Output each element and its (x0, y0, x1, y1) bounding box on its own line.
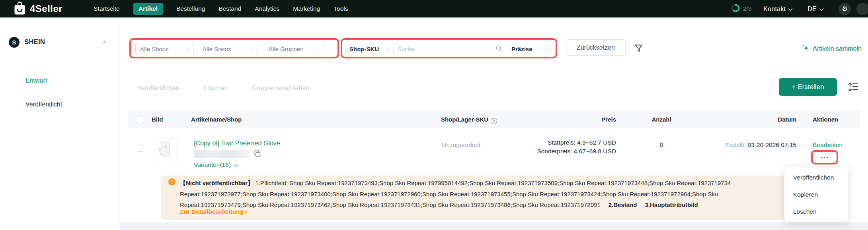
groups-filter-value: Alle Gruppen (269, 46, 304, 52)
nav-item-tools[interactable]: Tools (334, 3, 348, 15)
collect-articles-label: Artikeln sammeln (813, 45, 862, 52)
shopping-bag-icon (14, 2, 26, 16)
search-field-select[interactable]: Shop-SKU (345, 43, 394, 55)
nav-item-bestellung[interactable]: Bestellung (176, 3, 205, 15)
search-icon[interactable] (495, 45, 503, 54)
gear-icon: ⚙ (842, 5, 848, 13)
col-datum: Datum (757, 116, 796, 123)
quantity-cell: 0 (651, 141, 672, 149)
status-filter-select[interactable]: Alle Status (198, 43, 258, 55)
profile-button[interactable] (856, 3, 868, 15)
create-button[interactable]: + Erstellen (779, 78, 837, 96)
col-sku: Shop/Lager-SKU? (441, 116, 497, 124)
quota-total: /3 (747, 5, 752, 12)
chevron-down-icon (545, 47, 549, 51)
groups-filter-select[interactable]: Alle Gruppen (264, 43, 325, 55)
collect-articles-button[interactable]: Artikeln sammeln (801, 44, 862, 54)
chevron-down-icon (186, 47, 190, 51)
match-mode-select[interactable]: Präzise (507, 43, 553, 55)
search-compound: Shop-SKU Präzise (345, 43, 553, 55)
warning-text: 【Nicht veröffentlichbar】 1.Pflichtfeld: … (180, 178, 829, 211)
quota-ring-icon (731, 4, 740, 14)
bulk-publish-button[interactable]: Veröffentlichen (137, 85, 179, 92)
detail-edit-link[interactable]: Zur Detailbearbeitung › (180, 208, 248, 215)
nav-item-artikel[interactable]: Artikel (133, 3, 163, 15)
reset-button[interactable]: Zurücksetzen (566, 39, 626, 56)
language-dropdown[interactable]: DE (808, 5, 823, 13)
warning-line-2: Repeat:192371972977;Shop Sku Repeat:1923… (180, 189, 829, 200)
col-artikelname: Artikelname/Shop (191, 116, 242, 123)
warning-item-bestand: 2.Bestand (609, 201, 637, 208)
special-price: Sonderpreis: 4.67~69.8 USD (513, 147, 616, 156)
quota-indicator[interactable]: 2/3 (731, 4, 751, 14)
warning-line-3: Repeat:192371973479;Shop Sku Repeat:1923… (180, 199, 829, 211)
glove-image (157, 140, 174, 160)
page: 4Seller Startseite Artikel Bestellung Be… (0, 0, 868, 230)
nav-item-analytics[interactable]: Analytics (255, 3, 279, 15)
variants-label: Varianten(16) (194, 161, 231, 168)
nav-right: 2/3 Kontakt DE ⚙ (731, 3, 862, 15)
warning-icon: ! (168, 178, 176, 186)
bulk-move-group-button[interactable]: Gruppe verschieben (252, 85, 309, 92)
warning-line-1: 【Nicht veröffentlichbar】 1.Pflichtfeld: … (180, 178, 829, 189)
nav-item-bestand[interactable]: Bestand (218, 3, 241, 15)
settings-button[interactable]: ⚙ (839, 3, 851, 15)
col-bild: Bild (152, 116, 163, 123)
bulk-delete-button[interactable]: Löschen (204, 85, 228, 92)
nav-items: Startseite Artikel Bestellung Bestand An… (94, 3, 348, 15)
kontakt-dropdown[interactable]: Kontakt (763, 5, 792, 13)
nav-item-startseite[interactable]: Startseite (94, 3, 119, 15)
nav-item-marketing[interactable]: Marketing (293, 3, 320, 15)
menu-item-kopieren[interactable]: Kopieren (784, 186, 848, 203)
edit-button[interactable]: Bearbeiten (813, 141, 843, 149)
product-name-link[interactable]: [Copy of] Tour Preferred Glove (194, 140, 280, 147)
brand-name: 4Seller (30, 3, 62, 14)
menu-item-loeschen[interactable]: Löschen (784, 203, 848, 220)
search-input-wrap (394, 43, 507, 55)
warning-title: 【Nicht veröffentlichbar】 (180, 180, 254, 186)
quota-current: 2 (743, 5, 746, 12)
language-label: DE (808, 5, 817, 13)
chevron-down-icon (788, 6, 792, 10)
top-nav: 4Seller Startseite Artikel Bestellung Be… (0, 0, 868, 17)
select-all-checkbox[interactable] (137, 116, 144, 123)
chevron-down-icon (234, 162, 238, 166)
shein-logo-icon: S (9, 37, 20, 48)
row-checkbox[interactable] (137, 145, 144, 152)
shops-filter-select[interactable]: Alle Shops (135, 43, 194, 55)
ellipsis-icon: ... (820, 153, 829, 157)
chevron-up-icon (103, 41, 107, 45)
context-menu: Veröffentlichen Kopieren Löschen (784, 167, 848, 222)
shop-name: SHEIN (24, 38, 45, 46)
help-icon[interactable]: ? (491, 118, 497, 124)
sidebar-shop-shein[interactable]: S SHEIN (0, 36, 119, 48)
col-aktionen: Aktionen (813, 116, 838, 123)
sidebar-item-entwurf[interactable]: Entwurf (25, 77, 47, 84)
kontakt-label: Kontakt (763, 5, 786, 13)
copy-icon[interactable] (253, 150, 261, 159)
search-input[interactable] (398, 46, 493, 52)
warning-item-hauptattributbild: 3.Hauptattributbild (645, 201, 698, 208)
menu-item-veroeffentlichen[interactable]: Veröffentlichen (784, 169, 848, 186)
sparkle-icon (801, 44, 809, 54)
more-actions-button[interactable]: ... (811, 150, 838, 164)
variants-toggle[interactable]: Varianten(16) (194, 161, 237, 168)
col-preis: Preis (576, 116, 616, 123)
price-cell: Stattpreis: 4.9~62.7 USD Sonderpreis: 4.… (513, 138, 616, 156)
page-background-strip (120, 222, 868, 230)
shops-filter-value: Alle Shops (140, 46, 169, 52)
col-anzahl: Anzahl (651, 116, 672, 123)
sidebar: S SHEIN Entwurf Veröffentlicht (0, 17, 119, 230)
chevron-down-icon (250, 47, 254, 51)
list-price: Stattpreis: 4.9~62.7 USD (513, 138, 616, 147)
created-label: Erstellt: (726, 141, 746, 148)
chevron-down-icon (386, 47, 390, 51)
product-image[interactable] (153, 137, 178, 162)
filter-funnel-icon[interactable] (634, 43, 644, 55)
sku-status: Unzugeordnet (442, 141, 480, 149)
list-settings-icon[interactable] (847, 81, 859, 94)
date-cell: Erstellt: 03-20-2026 07:15 (705, 141, 796, 149)
sidebar-item-veroeffentlicht[interactable]: Veröffentlicht (25, 101, 62, 108)
redacted-sku-text (194, 150, 250, 158)
brand-logo[interactable]: 4Seller (14, 2, 62, 16)
